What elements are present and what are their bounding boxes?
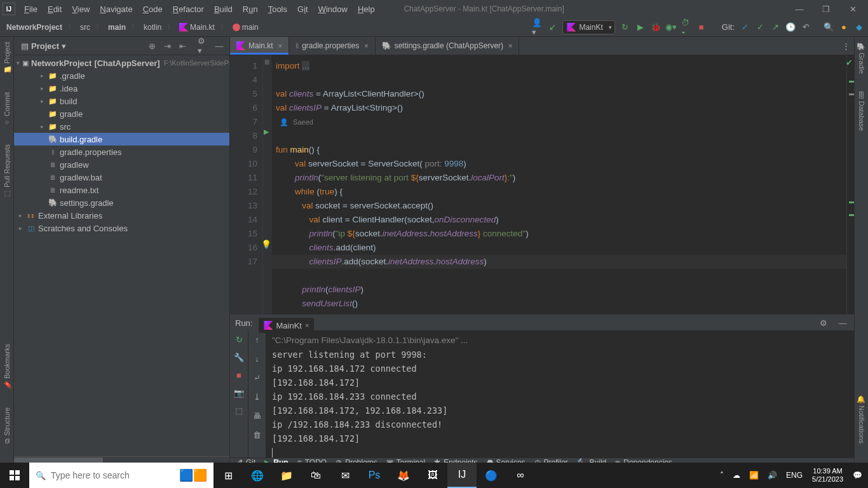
expand-all-icon[interactable]: ⇥ <box>161 39 173 52</box>
scroll-down-button[interactable]: ↓ <box>251 352 264 365</box>
code-editor[interactable]: 14567891011121314151617 ▶ ⊞ import ... v… <box>230 55 854 315</box>
edge-icon[interactable]: 🌐 <box>243 463 272 488</box>
tree-item[interactable]: 🐘settings.gradle <box>14 196 229 209</box>
ide-upgrade-icon[interactable]: ● <box>839 22 849 32</box>
menu-build[interactable]: Build <box>210 3 236 15</box>
soft-wrap-button[interactable]: ⤶ <box>251 371 264 384</box>
tree-item[interactable]: ▸📁.idea <box>14 82 229 95</box>
maximize-button[interactable]: ❐ <box>813 1 839 17</box>
menu-tools[interactable]: Tools <box>264 3 291 15</box>
run-tab[interactable]: MainKt × <box>259 318 314 333</box>
vcs-update-icon[interactable]: ↙ <box>547 22 557 32</box>
clear-all-button[interactable]: 🗑 <box>251 428 264 441</box>
taskbar-search[interactable]: 🔍 🟦🟧 <box>29 463 214 488</box>
project-settings-icon[interactable]: ⚙ ▾ <box>198 39 210 52</box>
git-rollback-icon[interactable]: ↶ <box>801 22 811 32</box>
console-output[interactable]: "C:\Program Files\Java\jdk-18.0.1.1\bin\… <box>266 330 854 462</box>
tree-item[interactable]: ▸📁.gradle <box>14 69 229 82</box>
breadcrumb-item[interactable]: kotlin <box>141 22 164 33</box>
firefox-icon[interactable]: 🦊 <box>389 463 418 488</box>
breadcrumb-item[interactable]: NetworkProject <box>4 22 65 33</box>
tool-notifications[interactable]: 🔔 Notifications <box>857 392 865 446</box>
tray-volume-icon[interactable]: 🔊 <box>764 471 780 480</box>
start-button[interactable] <box>0 463 29 488</box>
git-history-icon[interactable]: 🕒 <box>785 22 796 32</box>
close-run-tab-icon[interactable]: × <box>305 322 309 329</box>
tree-item[interactable]: 🗎gradlew.bat <box>14 171 229 184</box>
breadcrumb-item[interactable]: main <box>105 22 128 33</box>
photoshop-icon[interactable]: Ps <box>360 463 389 488</box>
intention-bulb-icon[interactable]: 💡 <box>261 240 271 249</box>
settings-icon[interactable]: ◆ <box>854 22 864 32</box>
menu-run[interactable]: Run <box>239 3 262 15</box>
tree-item[interactable]: ▸📁build <box>14 95 229 107</box>
rerun-button[interactable]: ↻ <box>233 333 245 346</box>
mail-icon[interactable]: ✉ <box>330 463 360 488</box>
intellij-icon[interactable]: IJ <box>447 463 477 488</box>
editor-tabs-more-icon[interactable]: ⋮ <box>838 37 854 55</box>
tree-item[interactable]: ⫴gradle.properties <box>14 146 229 158</box>
menu-code[interactable]: Code <box>139 3 166 15</box>
search-input[interactable] <box>51 470 174 480</box>
tray-language[interactable]: ENG <box>783 471 806 480</box>
minimize-button[interactable]: ― <box>787 1 812 17</box>
tray-notifications-icon[interactable]: 💬 <box>850 471 865 480</box>
tray-cloud-icon[interactable]: ☁ <box>729 471 743 480</box>
breadcrumb-item[interactable]: src <box>78 22 93 33</box>
scroll-up-button[interactable]: ↑ <box>251 333 264 346</box>
menu-help[interactable]: Help <box>354 3 379 15</box>
menu-navigate[interactable]: Navigate <box>96 3 136 15</box>
stop-icon[interactable]: ■ <box>696 22 707 32</box>
tool-database[interactable]: 🗄 Database <box>858 89 865 133</box>
project-tree[interactable]: ▾▣ NetworkProject [ChatAppServer] F:\Kot… <box>14 55 229 456</box>
tree-item[interactable]: 🗎readme.txt <box>14 184 229 196</box>
layout-button[interactable]: ⬚ <box>233 404 245 417</box>
tree-external-libraries[interactable]: ▸⫾⫾External Libraries <box>14 209 229 222</box>
tree-item[interactable]: 📁gradle <box>14 107 229 120</box>
breadcrumb-item[interactable]: main <box>230 22 261 33</box>
coverage-icon[interactable]: ◉▾ <box>666 22 676 32</box>
menu-refactor[interactable]: Refactor <box>169 3 208 15</box>
code-area[interactable]: import ... val clients = ArrayList<Clien… <box>272 55 846 315</box>
rerun-icon[interactable]: ↻ <box>620 22 630 32</box>
tool-pull-requests[interactable]: ⬚ Pull Requests <box>3 142 11 201</box>
close-tab-icon[interactable]: × <box>278 42 282 50</box>
modify-run-button[interactable]: 🔧 <box>233 351 245 363</box>
inspection-ok-icon[interactable]: ✔ <box>846 58 853 67</box>
hide-icon[interactable]: ― <box>213 39 226 52</box>
run-config-selector[interactable]: MainKt <box>562 20 614 34</box>
git-update-icon[interactable]: ✓ <box>740 22 750 32</box>
search-everywhere-icon[interactable]: 🔍 <box>824 22 834 32</box>
add-config-icon[interactable]: 👤▾ <box>532 22 542 32</box>
photos-icon[interactable]: 🖼 <box>418 463 447 488</box>
profile-icon[interactable]: ⏱▾ <box>681 22 691 32</box>
tab-settings-gradle[interactable]: 🐘settings.gradle (ChatAppServer)× <box>376 37 520 55</box>
task-view-icon[interactable]: ⊞ <box>214 463 243 488</box>
hide-run-icon[interactable]: ― <box>836 316 849 329</box>
close-tab-icon[interactable]: × <box>508 42 512 50</box>
dump-threads-button[interactable]: 📷 <box>233 386 245 399</box>
menu-file[interactable]: File <box>20 3 41 15</box>
scroll-to-end-button[interactable]: ⤓ <box>251 390 264 403</box>
stop-run-button[interactable]: ■ <box>233 369 245 381</box>
tree-item[interactable]: ▸📁src <box>14 120 229 133</box>
tool-structure[interactable]: ⧉ Structure <box>3 405 11 446</box>
menu-view[interactable]: View <box>68 3 93 15</box>
menu-git[interactable]: Git <box>294 3 312 15</box>
tool-bookmarks[interactable]: 🔖 Bookmarks <box>3 341 11 392</box>
tree-root[interactable]: ▾▣ NetworkProject [ChatAppServer] F:\Kot… <box>14 57 229 69</box>
horizontal-scrollbar[interactable] <box>14 458 103 463</box>
run-icon[interactable]: ▶ <box>635 22 646 32</box>
run-settings-icon[interactable]: ⚙ <box>817 316 830 329</box>
breadcrumb-item[interactable]: Main.kt <box>177 22 217 33</box>
close-tab-icon[interactable]: × <box>364 42 368 50</box>
git-commit-icon[interactable]: ✓ <box>755 22 765 32</box>
close-button[interactable]: ✕ <box>840 1 865 17</box>
tab-main-kt[interactable]: Main.kt× <box>230 37 289 55</box>
tray-wifi-icon[interactable]: 📶 <box>746 471 762 480</box>
tree-item[interactable]: 🐘build.gradle <box>14 133 229 146</box>
menu-window[interactable]: Window <box>315 3 351 15</box>
select-opened-icon[interactable]: ⊕ <box>146 39 158 52</box>
explorer-icon[interactable]: 📁 <box>272 463 301 488</box>
menu-edit[interactable]: Edit <box>44 3 65 15</box>
